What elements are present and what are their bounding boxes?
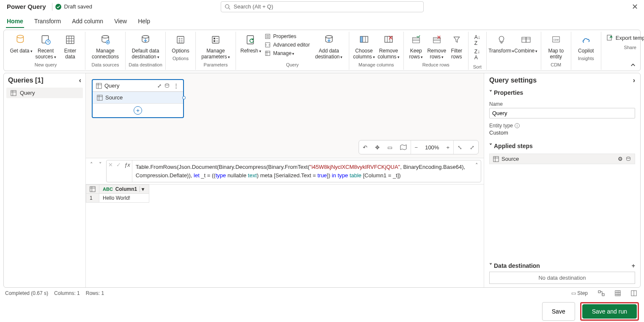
group-query-label: Query — [286, 61, 299, 68]
zoom-out-button[interactable]: − — [411, 140, 422, 154]
default-data-destination-button[interactable]: Default data destination — [128, 32, 163, 61]
no-destination-label: No data destination — [489, 272, 635, 284]
draft-saved-badge: Draft saved — [55, 3, 92, 10]
table-view-button[interactable] — [613, 290, 623, 296]
svg-point-11 — [102, 36, 109, 38]
formula-expand-button[interactable]: ˄ — [475, 162, 478, 168]
save-and-run-button[interactable]: Save and run — [582, 304, 637, 319]
tab-home[interactable]: Home — [6, 15, 24, 28]
export-template-button[interactable]: Export template — [604, 32, 644, 44]
ribbon-collapse-button[interactable] — [630, 62, 636, 68]
remove-rows-button[interactable]: Remove rows — [426, 32, 448, 61]
combine-button[interactable]: Combine — [514, 32, 538, 55]
collapse-diagram-button[interactable]: ⤡ — [454, 140, 466, 154]
add-step-button[interactable]: + — [134, 106, 142, 115]
tab-view[interactable]: View — [113, 15, 128, 28]
add-destination-icon — [323, 33, 334, 47]
copilot-button[interactable]: Copilot — [574, 32, 598, 55]
remove-columns-button[interactable]: Remove columns — [376, 32, 401, 61]
expand-settings-button[interactable]: › — [633, 77, 635, 84]
advanced-editor-button[interactable]: Advanced editor — [263, 41, 312, 49]
search-input[interactable]: Search (Alt + Q) — [221, 1, 424, 12]
options-button[interactable]: Options — [168, 32, 193, 55]
query-list-item[interactable]: Query — [6, 88, 83, 98]
diagram-canvas[interactable]: Query ⤢ ⋮ Source + ↶ ✥ ▭ — [86, 73, 484, 158]
step-back-button[interactable]: ˄ — [88, 160, 95, 169]
tab-help[interactable]: Help — [137, 15, 151, 28]
status-completed: Completed (0.67 s) — [5, 290, 48, 296]
entity-type-value: Custom — [489, 129, 635, 136]
svg-point-13 — [142, 36, 149, 38]
formula-input[interactable]: Table.FromRows(Json.Document(Binary.Deco… — [132, 160, 481, 182]
manage-button[interactable]: Manage — [263, 50, 296, 57]
search-placeholder: Search (Alt + Q) — [234, 3, 274, 10]
ribbon: Get data Recent sources Enter data New q… — [3, 30, 641, 71]
expand-query-button[interactable]: ⤢ — [157, 83, 162, 89]
undo-button[interactable]: ↶ — [359, 140, 371, 154]
refresh-button[interactable]: Refresh — [238, 32, 263, 55]
diagram-step-source[interactable]: Source — [93, 92, 183, 104]
step-connector[interactable] — [182, 96, 186, 99]
tab-transform[interactable]: Transform — [33, 15, 62, 28]
zoom-in-button[interactable]: + — [442, 140, 453, 154]
formula-accept-button[interactable]: ✓ — [115, 160, 123, 182]
table-corner-button[interactable] — [86, 185, 99, 194]
properties-section-toggle[interactable]: ˅Properties — [489, 87, 635, 99]
add-data-destination-button[interactable]: Add data destination — [312, 32, 346, 61]
column-header[interactable]: ABC Column1 ▾ — [99, 185, 149, 194]
table-row[interactable]: 1 Hello World! — [86, 194, 149, 203]
enter-data-button[interactable]: Enter data — [58, 32, 82, 61]
svg-rect-64 — [96, 83, 101, 88]
get-data-button[interactable]: Get data — [9, 32, 33, 55]
manage-parameters-button[interactable]: Manage parameters — [198, 32, 233, 61]
query-diagram-card[interactable]: Query ⤢ ⋮ Source + — [92, 79, 184, 118]
table-icon — [493, 156, 499, 162]
step-forward-button[interactable]: ˅ — [97, 160, 104, 169]
fullscreen-button[interactable]: ⤢ — [466, 140, 478, 154]
transform-button[interactable]: Transform — [489, 32, 514, 55]
group-parameters-label: Parameters — [204, 61, 228, 68]
lightbulb-icon — [497, 33, 506, 47]
query-name-input[interactable] — [489, 108, 635, 118]
filter-rows-button[interactable]: Filter rows — [448, 32, 466, 61]
close-button[interactable]: ✕ — [629, 2, 641, 11]
map-to-entity-button[interactable]: CDM Map to entity — [544, 32, 568, 61]
sort-desc-icon: Z↓A — [474, 49, 480, 61]
split-view-button[interactable] — [629, 290, 639, 296]
save-button[interactable]: Save — [542, 302, 575, 321]
database-icon — [16, 33, 27, 47]
sort-ascending-button[interactable]: A↓Z — [473, 33, 482, 47]
fit-button[interactable]: ▭ — [384, 140, 396, 154]
step-destination-icon[interactable] — [625, 156, 631, 162]
collapse-queries-button[interactable]: ‹ — [79, 77, 81, 84]
choose-columns-button[interactable]: Choose columns — [352, 32, 376, 61]
manage-connections-button[interactable]: Manage connections — [88, 32, 123, 61]
grid-icon — [65, 33, 75, 47]
minimap-button[interactable] — [396, 140, 411, 154]
keep-rows-button[interactable]: Keep rows — [406, 32, 426, 61]
diagram-view-button[interactable] — [596, 290, 607, 296]
formula-cancel-button[interactable]: ✕ — [107, 160, 115, 182]
step-view-button[interactable]: ▭ Step — [569, 290, 590, 296]
tab-add-column[interactable]: Add column — [71, 15, 104, 28]
data-destination-toggle[interactable]: ˅Data destination — [489, 262, 540, 269]
properties-button[interactable]: Properties — [263, 33, 298, 40]
query-card-more-button[interactable]: ⋮ — [173, 83, 180, 89]
pan-button[interactable]: ✥ — [371, 140, 384, 154]
step-settings-button[interactable]: ⚙ — [618, 156, 623, 162]
combine-icon — [521, 33, 532, 47]
zoom-level: 100% — [422, 144, 442, 151]
recent-sources-button[interactable]: Recent sources — [33, 32, 58, 61]
applied-step-source[interactable]: Source ⚙ — [489, 154, 635, 164]
recent-sources-label: Recent sources — [34, 48, 57, 60]
applied-step-label: Source — [501, 156, 519, 162]
column-filter-button[interactable]: ▾ — [140, 186, 145, 192]
highlight-frame: Save and run — [580, 302, 639, 321]
svg-rect-6 — [66, 36, 74, 44]
editor-icon — [265, 42, 271, 48]
destination-indicator-icon[interactable] — [164, 83, 170, 89]
info-icon[interactable]: i — [515, 123, 520, 128]
applied-steps-toggle[interactable]: ˅Applied steps — [489, 140, 635, 152]
sort-descending-button[interactable]: Z↓A — [473, 48, 482, 61]
add-destination-button[interactable]: + — [632, 262, 635, 269]
